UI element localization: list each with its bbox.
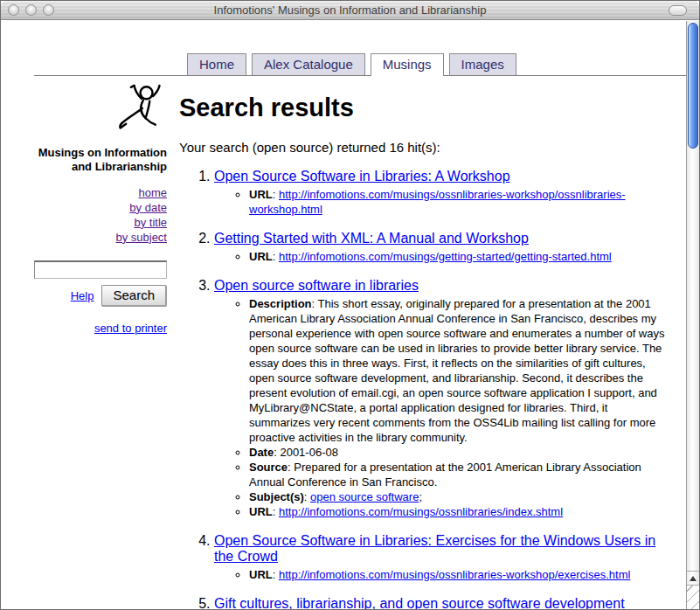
result-title-link[interactable]: Open Source Software in Libraries: A Wor…: [214, 169, 510, 184]
result-title-link[interactable]: Getting Started with XML: A Manual and W…: [214, 231, 529, 246]
result-item-5: Gift cultures, librarianship, and open s…: [214, 596, 665, 609]
send-to-printer-link[interactable]: send to printer: [94, 322, 167, 335]
sidebar-site-title: Musings on Information and Librarianship: [34, 146, 167, 175]
search-summary: Your search (open source) returned 16 hi…: [179, 140, 665, 155]
window-titlebar[interactable]: Infomotions' Musings on Information and …: [1, 1, 699, 20]
tab-home[interactable]: Home: [187, 53, 246, 75]
search-results-pane: Search results Your search (open source)…: [167, 81, 686, 609]
tab-musings[interactable]: Musings: [371, 53, 444, 76]
search-input[interactable]: [34, 260, 167, 279]
result-url-field: URL: http://infomotions.com/musings/ossn…: [249, 504, 665, 519]
scroll-up-icon: [690, 576, 697, 581]
site-logo: [34, 81, 167, 144]
result-url-field: URL: http://infomotions.com/musings/ossn…: [249, 187, 665, 217]
result-date-field: Date: 2001-06-08: [249, 445, 665, 460]
tab-alex-catalogue[interactable]: Alex Catalogue: [252, 53, 365, 75]
result-url-field: URL: http://infomotions.com/musings/gett…: [249, 249, 665, 264]
page-columns: Musings on Information and Librarianship…: [34, 76, 686, 609]
browser-window: Infomotions' Musings on Information and …: [0, 0, 700, 610]
results-list: Open Source Software in Libraries: A Wor…: [179, 169, 665, 609]
result-subjects-field: Subject(s): open source software;: [249, 489, 665, 504]
result-url-link[interactable]: http://infomotions.com/musings/getting-s…: [279, 250, 612, 263]
result-title-link[interactable]: Open source software in libraries: [214, 278, 419, 293]
sidebar: Musings on Information and Librarianship…: [34, 81, 167, 609]
window-title: Infomotions' Musings on Information and …: [1, 3, 699, 17]
result-source-field: Source: Prepared for a presentation at t…: [249, 460, 665, 489]
toolbar-toggle-icon[interactable]: [669, 5, 687, 16]
subject-link[interactable]: open source software: [310, 490, 419, 503]
result-description-text: This short essay, originally prepared fo…: [249, 297, 665, 444]
result-item-4: Open Source Software in Libraries: Exerc…: [214, 533, 665, 582]
result-url-field: URL: http://infomotions.com/musings/ossn…: [249, 567, 665, 582]
result-description-field: Description: This short essay, originall…: [249, 296, 665, 445]
sidebar-link-by-date[interactable]: by date: [34, 200, 167, 215]
result-item-3: Open source software in libraries Descri…: [214, 278, 665, 519]
search-button[interactable]: Search: [101, 285, 167, 307]
browser-viewport: Home Alex Catalogue Musings Images: [1, 21, 699, 609]
result-title-link[interactable]: Gift cultures, librarianship, and open s…: [214, 596, 625, 609]
result-item-1: Open Source Software in Libraries: A Wor…: [214, 169, 665, 217]
web-page: Home Alex Catalogue Musings Images: [1, 21, 686, 609]
scroll-up-button[interactable]: [687, 571, 699, 586]
sidebar-search-form: Help Search send to printer: [34, 260, 167, 336]
vertical-scrollbar[interactable]: [686, 21, 699, 609]
site-tab-bar: Home Alex Catalogue Musings Images: [34, 21, 686, 76]
help-link[interactable]: Help: [71, 289, 94, 302]
result-url-link[interactable]: http://infomotions.com/musings/ossnlibra…: [279, 505, 563, 518]
sidebar-link-home[interactable]: home: [34, 185, 167, 200]
tab-images[interactable]: Images: [449, 53, 516, 75]
sidebar-nav: home by date by title by subject: [34, 185, 167, 245]
sidebar-link-by-title[interactable]: by title: [34, 215, 167, 230]
result-item-2: Getting Started with XML: A Manual and W…: [214, 231, 665, 264]
result-url-link[interactable]: http://infomotions.com/musings/ossnlibra…: [279, 568, 630, 581]
result-date-value: 2001-06-08: [280, 446, 338, 459]
sidebar-link-by-subject[interactable]: by subject: [34, 230, 167, 245]
result-source-value: Prepared for a presentation at the 2001 …: [249, 461, 641, 489]
result-url-link[interactable]: http://infomotions.com/musings/ossnlibra…: [249, 188, 626, 216]
page-title: Search results: [179, 94, 665, 122]
dancing-figure-icon: [116, 83, 165, 135]
window-resize-grip-icon[interactable]: [687, 586, 699, 609]
result-title-link[interactable]: Open Source Software in Libraries: Exerc…: [214, 533, 655, 564]
scrollbar-thumb[interactable]: [688, 23, 698, 149]
